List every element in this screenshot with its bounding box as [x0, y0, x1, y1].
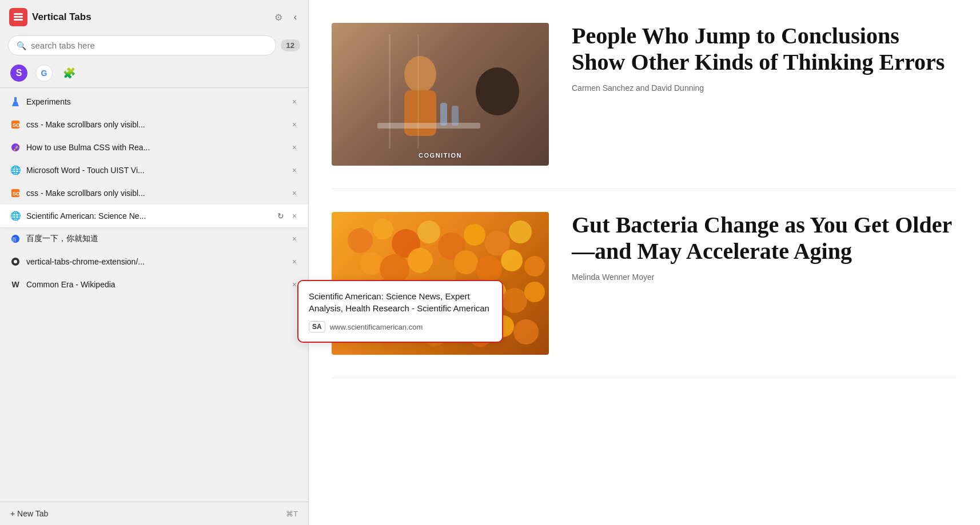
svg-point-55 [513, 319, 539, 344]
svg-marker-4 [12, 102, 19, 106]
tab-close-4[interactable]: × [290, 165, 299, 176]
tab-close-2[interactable]: × [290, 119, 299, 130]
tab-favicon-9: W [10, 279, 21, 290]
sidebar-logo [9, 8, 27, 26]
svg-rect-0 [14, 13, 23, 15]
article-headline-2: Gut Bacteria Change as You Get Older—and… [572, 212, 957, 264]
tab-item-css2[interactable]: SO css - Make scrollbars only visibl... … [0, 182, 308, 205]
svg-point-37 [501, 250, 523, 271]
tab-close-5[interactable]: × [290, 187, 299, 199]
tab-close-7[interactable]: × [290, 233, 299, 245]
svg-point-47 [524, 282, 545, 302]
article-image-label-1: COGNITION [419, 152, 462, 159]
svg-point-33 [408, 248, 433, 273]
svg-rect-22 [417, 34, 419, 149]
svg-rect-18 [377, 123, 480, 129]
search-area: 🔍 12 [0, 32, 308, 61]
svg-rect-21 [389, 34, 391, 149]
svg-point-38 [524, 256, 545, 276]
tab-title-5: css - Make scrollbars only visibl... [26, 189, 284, 198]
pinned-favicon-google[interactable]: G [35, 65, 53, 82]
svg-rect-1 [14, 16, 23, 18]
tab-item-vtabs[interactable]: vertical-tabs-chrome-extension/... × [0, 250, 308, 273]
svg-rect-16 [404, 90, 436, 136]
svg-point-36 [476, 256, 502, 282]
pinned-favicon-s[interactable]: S [10, 65, 27, 82]
svg-point-26 [417, 221, 440, 243]
pinned-favicon-puzzle[interactable]: 🧩 [61, 65, 78, 82]
svg-rect-2 [14, 19, 23, 21]
sidebar-header: Vertical Tabs ⚙ ‹ [0, 0, 308, 32]
article-image-1: COGNITION [332, 23, 549, 166]
tab-count-badge: 12 [281, 39, 300, 51]
tab-list: Experiments × SO css - Make scrollbars o… [0, 90, 308, 499]
tab-item-baidu[interactable]: 百 百度一下，你就知道 × [0, 227, 308, 250]
svg-point-28 [464, 224, 485, 246]
tab-title-6: Scientific American: Science Ne... [26, 211, 272, 221]
tooltip-title: Scientific American: Science News, Exper… [309, 290, 492, 314]
sidebar: Vertical Tabs ⚙ ‹ 🔍 12 S G 🧩 Experiments… [0, 0, 309, 525]
svg-point-31 [360, 252, 383, 275]
tab-item-experiments[interactable]: Experiments × [0, 90, 308, 113]
tab-favicon-8 [10, 257, 21, 267]
tab-close-6[interactable]: × [290, 210, 299, 222]
svg-text:百: 百 [12, 237, 17, 242]
tab-favicon-6: 🌐 [10, 211, 21, 221]
collapse-icon[interactable]: ‹ [292, 10, 299, 25]
tab-title-2: css - Make scrollbars only visibl... [26, 120, 284, 129]
svg-point-14 [14, 260, 17, 263]
tab-title-4: Microsoft Word - Touch UIST Vi... [26, 166, 284, 175]
tab-title-9: Common Era - Wikipedia [26, 280, 284, 289]
tooltip-sa-badge: SA [309, 321, 325, 332]
article-author-2: Melinda Wenner Moyer [572, 272, 957, 282]
svg-rect-3 [14, 97, 17, 102]
tab-item-sciam[interactable]: 🌐 Scientific American: Science Ne... ↻ × [0, 205, 308, 227]
tab-close-1[interactable]: × [290, 96, 299, 107]
tab-title-8: vertical-tabs-chrome-extension/... [26, 257, 284, 266]
tab-item-wikipedia[interactable]: W Common Era - Wikipedia × [0, 273, 308, 296]
new-tab-shortcut: ⌘T [286, 510, 298, 518]
tab-reload-6[interactable]: ↻ [277, 211, 284, 221]
tooltip-url-row: SA www.scientificamerican.com [309, 321, 492, 332]
tab-title-1: Experiments [26, 97, 284, 106]
main-content: COGNITION People Who Jump to Conclusions… [309, 0, 980, 525]
tab-favicon-4: 🌐 [10, 165, 21, 175]
new-tab-label: + New Tab [10, 509, 281, 518]
svg-text:SO: SO [13, 191, 20, 197]
search-box: 🔍 [8, 35, 276, 55]
tab-item-css1[interactable]: SO css - Make scrollbars only visibl... … [0, 113, 308, 136]
gear-icon[interactable]: ⚙ [272, 10, 285, 25]
svg-point-24 [373, 219, 393, 239]
tab-favicon-3: 🚀 [10, 142, 21, 153]
article-text-2: Gut Bacteria Change as You Get Older—and… [572, 212, 957, 282]
svg-text:SO: SO [13, 122, 20, 128]
article-card-1: COGNITION People Who Jump to Conclusions… [332, 0, 957, 189]
search-input[interactable] [31, 41, 268, 50]
tab-close-3[interactable]: × [290, 142, 299, 153]
tooltip-popup: Scientific American: Science News, Exper… [297, 280, 503, 343]
svg-rect-19 [440, 103, 447, 126]
article-headline-1: People Who Jump to Conclusions Show Othe… [572, 23, 957, 75]
tooltip-url: www.scientificamerican.com [330, 323, 423, 331]
svg-point-15 [404, 56, 436, 93]
svg-rect-20 [452, 106, 459, 126]
tab-favicon-7: 百 [10, 234, 21, 244]
tab-title-7: 百度一下，你就知道 [26, 234, 284, 244]
tab-close-8[interactable]: × [290, 256, 299, 267]
tab-favicon-5: SO [10, 188, 21, 198]
tab-favicon-2: SO [10, 119, 21, 130]
svg-point-17 [476, 67, 519, 115]
svg-point-46 [502, 288, 527, 313]
sidebar-title: Vertical Tabs [32, 11, 268, 23]
svg-point-30 [509, 221, 532, 243]
tab-favicon-1 [10, 97, 21, 107]
tab-title-3: How to use Bulma CSS with Rea... [26, 143, 284, 152]
tab-item-word[interactable]: 🌐 Microsoft Word - Touch UIST Vi... × [0, 159, 308, 182]
svg-point-35 [454, 250, 478, 274]
svg-text:🚀: 🚀 [13, 145, 20, 151]
svg-point-23 [348, 228, 373, 253]
search-icon: 🔍 [17, 41, 26, 50]
pinned-favicons: S G 🧩 [0, 61, 308, 88]
new-tab-row[interactable]: + New Tab ⌘T [0, 502, 308, 525]
tab-item-bulma[interactable]: 🚀 How to use Bulma CSS with Rea... × [0, 136, 308, 159]
